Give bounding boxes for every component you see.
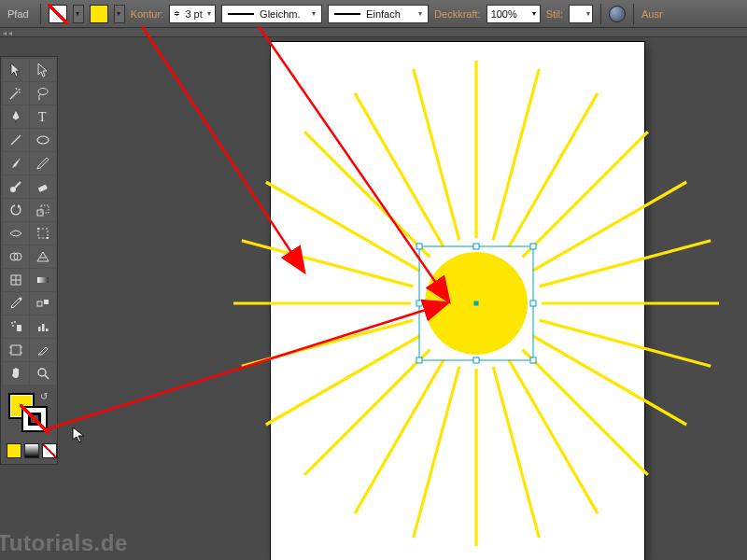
sun-ray[interactable] [509, 93, 598, 247]
blob-brush-tool[interactable] [3, 175, 29, 198]
color-mode-none[interactable] [42, 443, 57, 458]
stroke-profile-select[interactable]: Gleichm. ▾ [221, 5, 322, 23]
color-controls: ↺ [3, 389, 56, 462]
sun-ray[interactable] [509, 360, 598, 514]
color-mode-solid[interactable] [7, 443, 21, 458]
selection-handle[interactable] [416, 357, 422, 363]
width-tool[interactable] [3, 222, 29, 245]
selection-handle[interactable] [416, 244, 422, 249]
zoom-tool[interactable] [30, 362, 56, 385]
free-transform-tool[interactable] [30, 222, 56, 245]
sun-ray[interactable] [533, 336, 687, 425]
paintbrush-tool[interactable] [3, 152, 29, 175]
lasso-tool[interactable] [30, 82, 56, 105]
svg-point-21 [12, 325, 14, 327]
svg-rect-7 [41, 205, 49, 213]
sun-ray[interactable] [355, 93, 444, 247]
selection-handle[interactable] [473, 244, 479, 249]
separator [600, 4, 601, 24]
sun-ray[interactable] [522, 132, 647, 257]
sun-ray[interactable] [242, 241, 414, 287]
brush-definition-select[interactable]: Einfach ▾ [328, 5, 429, 23]
gradient-tool[interactable] [30, 269, 56, 291]
svg-line-2 [11, 135, 21, 145]
selection-handle[interactable] [473, 357, 479, 363]
sun-ray[interactable] [304, 132, 430, 257]
eyedropper-tool[interactable] [3, 292, 29, 315]
sun-ray[interactable] [266, 182, 420, 271]
recolor-artwork-icon[interactable] [609, 6, 626, 22]
selection-handle[interactable] [530, 244, 536, 249]
sun-ray[interactable] [355, 360, 444, 514]
selection-handle[interactable] [416, 301, 422, 306]
mesh-tool[interactable] [3, 269, 29, 291]
selection-tool[interactable] [3, 59, 29, 81]
fill-swatch[interactable] [49, 5, 67, 23]
sun-ray[interactable] [533, 182, 687, 271]
separator [40, 4, 41, 24]
separator [633, 4, 634, 24]
color-mode-gradient[interactable] [24, 443, 39, 458]
svg-point-20 [14, 321, 16, 323]
selection-handle[interactable] [530, 357, 536, 363]
swap-colors-icon[interactable]: ↺ [40, 391, 48, 401]
sun-ray[interactable] [414, 69, 459, 241]
perspective-tool[interactable] [30, 245, 56, 268]
control-bar: Pfad Kontur: ≑ 3 pt ▾ Gleichm. ▾ Einfach… [0, 0, 747, 28]
artboard[interactable] [271, 42, 644, 560]
stroke-weight-input[interactable]: ≑ 3 pt ▾ [169, 5, 216, 23]
artwork [271, 42, 644, 560]
selection-handle[interactable] [530, 301, 536, 306]
svg-point-15 [20, 298, 22, 301]
graphic-style-select[interactable]: ▾ [569, 5, 593, 23]
pen-tool[interactable] [3, 105, 29, 128]
line-tool[interactable] [3, 129, 29, 151]
blend-tool[interactable] [30, 292, 56, 315]
scale-tool[interactable] [30, 199, 56, 221]
sun-ray[interactable] [242, 320, 414, 366]
artboard-tool[interactable] [3, 339, 29, 361]
slice-tool[interactable] [30, 339, 56, 361]
svg-rect-5 [38, 184, 48, 191]
hand-tool[interactable] [3, 362, 29, 385]
svg-rect-17 [44, 300, 49, 304]
magic-wand-tool[interactable] [3, 82, 29, 105]
stroke-weight-value: 3 pt [185, 8, 202, 20]
shape-builder-tool[interactable] [3, 245, 29, 268]
pencil-tool[interactable] [30, 152, 56, 175]
stroke-label: Kontur: [131, 8, 163, 20]
ellipse-tool[interactable] [30, 129, 56, 151]
opacity-value: 100% [491, 8, 517, 20]
sun-ray[interactable] [414, 367, 459, 539]
sun-ray[interactable] [493, 367, 539, 539]
stroke-dropdown[interactable] [114, 5, 125, 23]
sun-ray[interactable] [266, 336, 420, 425]
svg-rect-23 [42, 324, 45, 331]
sun-ray[interactable] [540, 320, 712, 366]
sun-ray[interactable] [493, 69, 539, 241]
watermark-text: -Tutorials.de [0, 530, 128, 556]
graph-tool[interactable] [30, 315, 56, 338]
rotate-tool[interactable] [3, 199, 29, 221]
brush-label: Einfach [366, 8, 401, 20]
sun-ray[interactable] [522, 349, 647, 474]
direct-selection-tool[interactable] [30, 59, 56, 81]
sun-ray[interactable] [304, 349, 430, 474]
stroke-swatch[interactable] [90, 5, 108, 23]
eraser-tool[interactable] [30, 175, 56, 198]
svg-rect-24 [46, 329, 49, 331]
svg-rect-25 [11, 345, 21, 355]
svg-rect-14 [37, 277, 49, 283]
panel-tab-strip: ◂◂ [0, 28, 747, 37]
svg-rect-18 [17, 325, 21, 331]
stroke-profile-label: Gleichm. [260, 8, 300, 20]
svg-point-19 [11, 322, 13, 324]
fill-dropdown[interactable] [73, 5, 84, 23]
opacity-input[interactable]: 100% ▾ [486, 5, 541, 23]
panel-collapse-icon[interactable]: ◂◂ [3, 29, 14, 37]
type-tool[interactable]: T [30, 105, 56, 128]
stroke-color-swatch[interactable] [21, 406, 48, 432]
symbol-sprayer-tool[interactable] [3, 315, 29, 338]
sun-ray[interactable] [540, 241, 712, 287]
svg-rect-9 [37, 228, 39, 230]
